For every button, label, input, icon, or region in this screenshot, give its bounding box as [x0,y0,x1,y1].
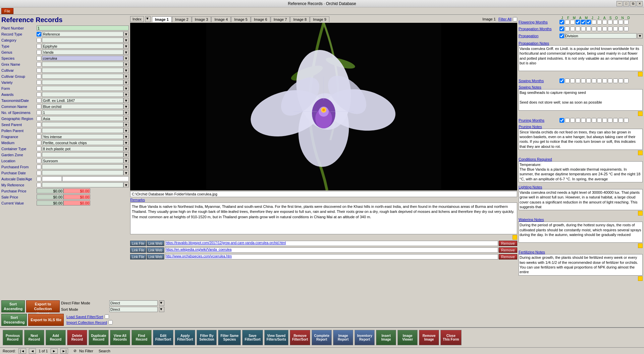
field-cb-species[interactable] [37,56,41,61]
field-label-medium[interactable]: Medium [1,141,37,145]
field-input-autocalc-2[interactable] [62,176,129,181]
field-input-specimens[interactable] [42,110,123,115]
add-record-button[interactable]: AddRecord [46,330,66,345]
sowing-notes-link[interactable]: Sowing Notes [519,85,541,89]
duplicate-record-button[interactable]: DuplicateRecord [89,330,109,345]
field-cb-garden-zone[interactable] [37,153,41,157]
field-label-seed-parent[interactable]: Seed Parent [1,123,37,127]
field-label-genus[interactable]: Genus [1,50,37,54]
field-dd-cultivar-group[interactable]: ▼ [123,74,129,79]
export-collection-button[interactable]: Export to CollectionRecord [26,300,60,312]
field-label-sale-price[interactable]: Sale Price [1,195,37,199]
field-cb-category[interactable] [37,38,41,43]
complete-report-button[interactable]: CompleteReport [312,330,332,345]
flowering-cb-nov[interactable] [619,20,623,24]
tab-image-8[interactable]: Image 8 [290,16,310,22]
tab-image-9[interactable]: Image 9 [310,16,329,22]
prune-month-sep[interactable] [608,118,612,123]
sow-month-may[interactable] [586,78,591,83]
field-label-specimens[interactable]: No. of Specimens [1,111,37,115]
remove-link-btn-2[interactable]: Remove [499,247,517,253]
sow-month-dec[interactable] [624,78,629,83]
field-input-variety[interactable] [42,80,123,85]
next-record-button[interactable]: NextRecord [24,330,44,345]
filter-by-selection-button[interactable]: Filter BySelection [197,330,217,345]
sow-month-sep[interactable] [608,78,612,83]
field-dd-purchased-from[interactable]: ▼ [123,164,129,169]
field-cb-medium[interactable] [37,140,41,145]
flowering-cb-sep[interactable] [608,20,612,24]
pruning-months-link[interactable]: Pruning Months [519,118,559,122]
field-cb-cultivar[interactable] [37,68,41,73]
link-url-3[interactable]: http://www.orchidspecies.com/vcoerulea.h… [165,254,498,259]
watering-notes-indicator[interactable] [638,243,643,248]
flowering-cb-master[interactable] [559,20,564,24]
field-dd-awards[interactable]: ▼ [123,92,129,97]
remove-image-button[interactable]: RemoveImage [419,330,439,345]
field-label-common-name[interactable]: Common Name [1,105,37,109]
field-cb-grex-name[interactable] [37,62,41,67]
index-button[interactable]: Index [130,16,144,22]
prune-month-dec[interactable] [624,118,629,123]
field-cb-my-reference[interactable] [37,183,41,187]
conditions-link[interactable]: Conditions Required [519,157,552,161]
flowering-cb-feb[interactable] [570,20,575,24]
field-label-purchased-from[interactable]: Purchased From [1,165,37,169]
field-dd-location[interactable]: ▼ [123,158,129,163]
field-cb-record-type[interactable] [37,32,41,37]
field-input-plant-number[interactable] [37,25,129,31]
conditions-notes-text[interactable]: Temperature: The Blue Vanda is a plant w… [519,161,643,182]
field-cb-type[interactable] [37,44,41,49]
sow-month-oct[interactable] [613,78,618,83]
field-label-species[interactable]: Species [1,56,37,60]
field-label-taxonomist[interactable]: Taxonomist/Date [1,99,37,103]
flowering-cb-mar[interactable] [576,20,580,24]
link-url-2[interactable]: https://en.wikipedia.org/wiki/Vanda_coer… [165,247,498,253]
field-input-grex-name[interactable] [42,62,123,67]
remove-link-btn-1[interactable]: Remove [499,241,517,246]
propagation-checkbox[interactable] [559,34,564,38]
field-cb-fragrance[interactable] [37,134,41,139]
remarks-label[interactable]: Remarks [130,198,517,202]
flowering-cb-jul[interactable] [597,20,602,24]
field-label-record-type[interactable]: Record Type [1,32,37,36]
tab-image-4[interactable]: Image 4 [211,16,231,22]
field-label-purchase-price[interactable]: Purchase Price [1,189,37,193]
field-dd-purchase-date[interactable]: ▼ [123,170,129,175]
prop-month-master[interactable] [559,26,564,31]
field-dd-specimens[interactable]: ▼ [123,110,129,115]
price-input-purchase-green[interactable] [37,188,63,193]
tab-image-7[interactable]: Image 7 [271,16,290,22]
tab-image-6[interactable]: Image 6 [251,16,270,22]
prop-month-apr[interactable] [581,26,586,31]
field-label-category[interactable]: Category [1,38,37,42]
field-input-fragrance[interactable] [42,134,123,139]
field-dd-seed-parent[interactable]: ▼ [123,122,129,127]
sow-month-jul[interactable] [597,78,602,83]
link-file-btn-2[interactable]: Link File [130,247,146,253]
record-prev-button[interactable]: ◄ [29,348,36,354]
file-button[interactable]: File [1,8,13,14]
image-report-button[interactable]: ImageReport [333,330,353,345]
field-input-record-type[interactable] [42,32,123,37]
image-viewer-button[interactable]: ImageViewer [397,330,418,345]
flowering-cb-may[interactable] [586,20,591,24]
record-next-button[interactable]: ► [51,348,58,354]
flowering-cb-aug[interactable] [602,20,607,24]
remove-filter-sort-button[interactable]: RemoveFilter/Sort [290,330,310,345]
field-input-pollen-parent[interactable] [42,128,123,133]
field-dd-medium[interactable]: ▼ [123,140,129,145]
field-dd-grex-name[interactable]: ▼ [123,62,129,67]
field-cb-common-name[interactable] [37,104,41,109]
field-dd-form[interactable]: ▼ [123,86,129,91]
sort-descending-button[interactable]: SortDescending [1,314,27,326]
flowering-cb-jun[interactable] [592,20,596,24]
prune-month-master[interactable] [559,118,564,123]
flowering-cb-apr[interactable] [581,20,586,24]
remove-link-btn-3[interactable]: Remove [499,254,517,259]
field-label-autocalc[interactable]: Autocale Date/Age [1,177,37,181]
field-cb-awards[interactable] [37,92,41,97]
propagation-dropdown[interactable]: ▼ [637,34,643,39]
prop-month-feb[interactable] [570,26,575,31]
prop-month-dec[interactable] [624,26,629,31]
